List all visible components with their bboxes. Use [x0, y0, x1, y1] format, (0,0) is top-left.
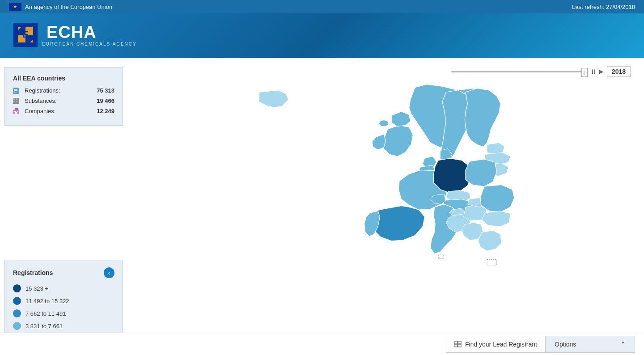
substances-label: Substances: [25, 97, 97, 104]
last-refresh-text: Last refresh: 27/04/2018 [572, 4, 635, 10]
logo-area: E ECHA European Chemicals Agency [13, 23, 137, 47]
europe-svg [132, 80, 640, 322]
svg-text:E: E [22, 30, 28, 39]
legend-dot-light [13, 322, 21, 330]
svg-rect-26 [454, 341, 458, 344]
svg-rect-28 [454, 344, 458, 347]
stats-panel: All EEA countries Registrations: 75 313 [4, 67, 123, 126]
malta[interactable] [438, 255, 444, 259]
companies-icon [13, 108, 21, 114]
find-registrant-button[interactable]: Find your Lead Registrant [446, 336, 546, 353]
romania[interactable] [480, 185, 514, 212]
greece[interactable] [478, 230, 501, 251]
legend-dot-medium [13, 309, 21, 317]
uk-islands [379, 120, 389, 127]
svg-text:★: ★ [13, 4, 17, 9]
registrations-label: Registrations: [25, 87, 97, 94]
svg-rect-10 [14, 92, 16, 93]
legend-label-0: 15 323 + [25, 285, 48, 292]
eu-flag-icon: ★ [9, 3, 21, 11]
svg-rect-15 [16, 101, 17, 102]
registrations-icon [13, 88, 21, 94]
chevron-up-icon: ⌃ [620, 341, 626, 348]
header: E ECHA European Chemicals Agency [0, 13, 644, 58]
svg-rect-27 [458, 341, 461, 344]
eu-banner-text: An agency of the European Union [25, 4, 112, 10]
logo-svg: E [13, 23, 38, 47]
map-area: ‖ ⏸ ▶ 2018 [127, 58, 644, 355]
legend-label-2: 7 662 to 11 491 [25, 310, 66, 317]
svg-rect-12 [13, 98, 15, 100]
bottom-bar: Find your Lead Registrant Options ⌃ [0, 333, 644, 355]
legend-item-2: 7 662 to 11 491 [13, 309, 114, 317]
legend-label-1: 11 492 to 15 322 [25, 298, 69, 304]
legend-back-button[interactable]: ‹ [104, 267, 114, 278]
svg-rect-13 [16, 98, 17, 100]
logo-text-area: ECHA European Chemicals Agency [42, 24, 137, 46]
iceland[interactable] [259, 90, 288, 108]
bulgaria[interactable] [482, 211, 511, 227]
poland[interactable] [466, 159, 497, 186]
registrations-row: Registrations: 75 313 [13, 87, 114, 94]
main-container: All EEA countries Registrations: 75 313 [0, 58, 644, 355]
united-kingdom[interactable] [383, 125, 413, 156]
uk-north [392, 112, 411, 127]
europe-map [132, 80, 640, 331]
legend-item-3: 3 831 to 7 661 [13, 322, 114, 330]
svg-rect-8 [14, 89, 17, 90]
substances-icon [13, 98, 21, 104]
year-display: 2018 [607, 66, 631, 77]
timeline-handle[interactable]: ‖ [581, 68, 588, 77]
logo-subtitle: European Chemicals Agency [42, 42, 137, 46]
logo-name: ECHA [47, 23, 97, 42]
options-label: Options [555, 341, 576, 348]
sidebar: All EEA countries Registrations: 75 313 [0, 58, 127, 355]
table-grid-icon [454, 341, 462, 347]
companies-label: Companies: [25, 108, 97, 114]
legend-dot-darkest [13, 284, 21, 292]
legend-dot-dark [13, 297, 21, 305]
substances-value: 19 466 [97, 97, 114, 104]
substances-row: Substances: 19 466 [13, 97, 114, 104]
registrations-value: 75 313 [97, 87, 114, 94]
legend-title: Registrations [13, 269, 53, 276]
ireland[interactable] [372, 134, 386, 150]
svg-rect-14 [13, 101, 15, 102]
eu-banner: ★ An agency of the European Union Last r… [0, 0, 644, 13]
svg-rect-20 [15, 112, 17, 114]
legend-header: Registrations ‹ [13, 267, 114, 278]
cyprus[interactable] [487, 260, 497, 265]
svg-rect-29 [458, 344, 461, 347]
logo-icon: E [13, 23, 38, 47]
companies-value: 12 249 [97, 108, 114, 114]
svg-rect-9 [14, 90, 17, 91]
timeline-forward-icon[interactable]: ▶ [599, 68, 603, 75]
timeline-area: ‖ ⏸ ▶ 2018 [132, 63, 640, 80]
stats-title: All EEA countries [13, 75, 114, 82]
eu-banner-left: ★ An agency of the European Union [9, 3, 112, 11]
finland[interactable] [465, 88, 500, 147]
legend-item-0: 15 323 + [13, 284, 114, 292]
timeline-pause-icon[interactable]: ⏸ [590, 68, 597, 75]
legend-item-1: 11 492 to 15 322 [13, 297, 114, 305]
companies-row: Companies: 12 249 [13, 108, 114, 114]
timeline-controls: ‖ ⏸ ▶ [451, 68, 603, 75]
svg-rect-17 [15, 108, 18, 110]
legend-label-3: 3 831 to 7 661 [25, 323, 63, 330]
options-button[interactable]: Options ⌃ [546, 336, 635, 353]
find-registrant-label: Find your Lead Registrant [465, 341, 537, 348]
timeline-track: ‖ [451, 71, 588, 72]
